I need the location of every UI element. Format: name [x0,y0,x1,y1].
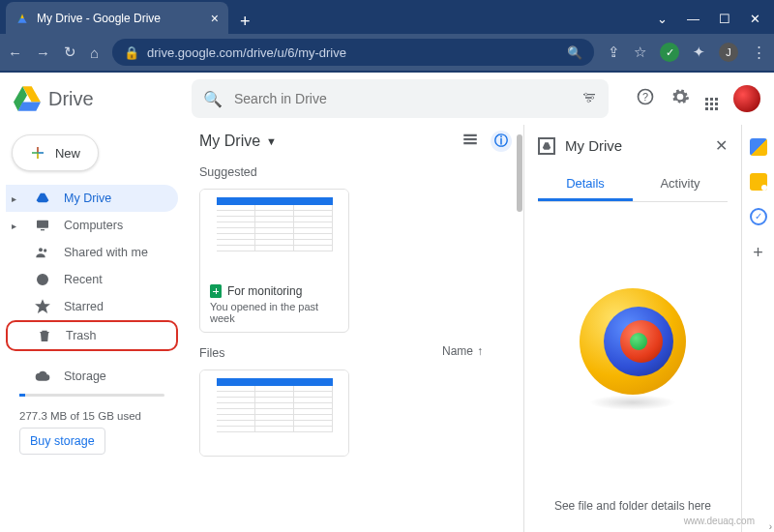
keep-addon-icon[interactable] [750,173,767,191]
extension-shield-icon[interactable]: ✓ [660,43,679,62]
svg-marker-19 [543,142,551,150]
add-addon-icon[interactable]: + [753,243,763,263]
tab-title: My Drive - Google Drive [37,12,161,25]
trash-icon [37,328,52,343]
close-window-icon[interactable]: ✕ [750,12,760,26]
breadcrumb[interactable]: My Drive ▼ [199,133,277,150]
reload-icon[interactable]: ↻ [64,44,76,61]
tab-activity[interactable]: Activity [633,168,728,201]
tasks-addon-icon[interactable] [750,208,767,225]
svg-rect-16 [463,134,477,136]
svg-rect-17 [463,138,477,140]
suggested-file-card[interactable]: For monitoring You opened in the past we… [199,189,349,333]
url-text: drive.google.com/drive/u/6/my-drive [147,45,559,60]
product-name: Drive [48,88,94,110]
svg-text:?: ? [642,91,648,103]
search-icon: 🔍 [203,90,223,108]
file-card[interactable] [199,369,349,457]
sidebar-item-label: Starred [64,300,104,313]
search-engine-icon[interactable]: 🔍 [567,45,582,60]
storage-meter [19,394,164,397]
close-tab-icon[interactable]: × [211,11,219,26]
svg-point-7 [591,96,594,99]
expand-icon[interactable]: ▸ [12,221,21,231]
bookmark-icon[interactable]: ☆ [634,44,646,61]
sidebar-item-label: Trash [66,329,97,342]
clock-icon [35,272,50,287]
file-subtitle: You opened in the past week [210,301,339,324]
lock-icon: 🔒 [124,45,139,60]
sort-control[interactable]: Name ↑ [442,344,512,358]
drive-favicon [15,12,29,25]
sidebar-item-my-drive[interactable]: ▸ My Drive [6,185,178,212]
close-panel-icon[interactable]: ✕ [715,136,728,155]
search-filter-icon[interactable] [581,90,597,108]
back-icon[interactable]: ← [8,44,22,61]
search-input[interactable] [234,91,570,106]
svg-point-13 [39,248,43,251]
new-button-label: New [55,146,80,161]
sidebar: New ▸ My Drive ▸ Computers ▸ Shared with… [0,125,184,532]
sheets-icon [210,284,222,298]
sidebar-item-starred[interactable]: ▸ Starred [6,293,178,320]
search-bar[interactable]: 🔍 [192,79,609,118]
new-tab-button[interactable]: + [228,10,262,34]
browser-profile-avatar[interactable]: J [719,43,738,62]
minimize-icon[interactable]: — [687,12,700,26]
sidebar-item-label: Storage [64,369,106,383]
sidebar-item-storage[interactable]: ▸ Storage [6,363,178,390]
share-icon[interactable]: ⇪ [608,44,620,61]
details-message: See file and folder details here [538,499,728,513]
sidebar-item-computers[interactable]: ▸ Computers [6,212,178,239]
calendar-addon-icon[interactable] [750,138,767,156]
drive-icon [35,191,50,206]
account-avatar[interactable] [733,85,760,112]
sidebar-item-shared[interactable]: ▸ Shared with me [6,239,178,266]
file-title: For monitoring [227,284,302,298]
drive-logo[interactable]: Drive [14,86,178,111]
browser-tab[interactable]: My Drive - Google Drive × [6,2,228,34]
drive-logo-icon [14,86,41,111]
svg-rect-12 [41,229,45,230]
apps-icon[interactable] [705,87,718,110]
forward-icon[interactable]: → [36,44,50,61]
svg-marker-1 [20,14,24,18]
arrow-up-icon: ↑ [477,344,483,358]
settings-icon[interactable] [670,87,690,110]
details-illustration [538,202,728,495]
cloud-icon [35,369,50,384]
browser-menu-icon[interactable]: ⋮ [752,44,766,61]
help-icon[interactable]: ? [636,87,655,110]
sidebar-item-recent[interactable]: ▸ Recent [6,266,178,293]
addon-panel: + [741,125,774,532]
star-icon [35,299,50,314]
sidebar-item-label: Computers [64,219,123,232]
sidebar-item-trash[interactable]: ▸ Trash [6,320,178,351]
chevron-down-icon: ▼ [266,135,277,147]
details-panel: My Drive ✕ Details Activity See file and… [523,125,741,532]
new-button[interactable]: New [12,134,99,171]
scrollbar[interactable] [516,125,523,532]
storage-usage-text: 277.3 MB of 15 GB used [6,400,178,422]
expand-icon[interactable]: ▸ [12,193,21,204]
files-heading: Files [199,346,224,360]
file-thumbnail [200,190,348,277]
svg-point-14 [44,249,46,251]
address-bar[interactable]: 🔒 drive.google.com/drive/u/6/my-drive 🔍 [112,39,594,66]
sidebar-item-label: Shared with me [64,246,148,259]
maximize-icon[interactable]: ☐ [719,12,730,26]
extensions-icon[interactable]: ✦ [693,44,705,61]
chevron-down-icon[interactable]: ⌄ [657,12,668,26]
list-view-icon[interactable] [461,131,479,152]
home-icon[interactable]: ⌂ [90,44,99,61]
tab-details[interactable]: Details [538,168,633,201]
svg-point-6 [584,93,587,96]
svg-rect-11 [37,221,48,228]
people-icon [35,245,50,260]
svg-point-8 [587,100,590,103]
scroll-right-icon[interactable]: › [769,521,772,532]
drive-square-icon [538,137,555,155]
computer-icon [35,218,50,233]
info-icon[interactable]: ⓘ [491,131,512,152]
buy-storage-button[interactable]: Buy storage [19,428,105,455]
